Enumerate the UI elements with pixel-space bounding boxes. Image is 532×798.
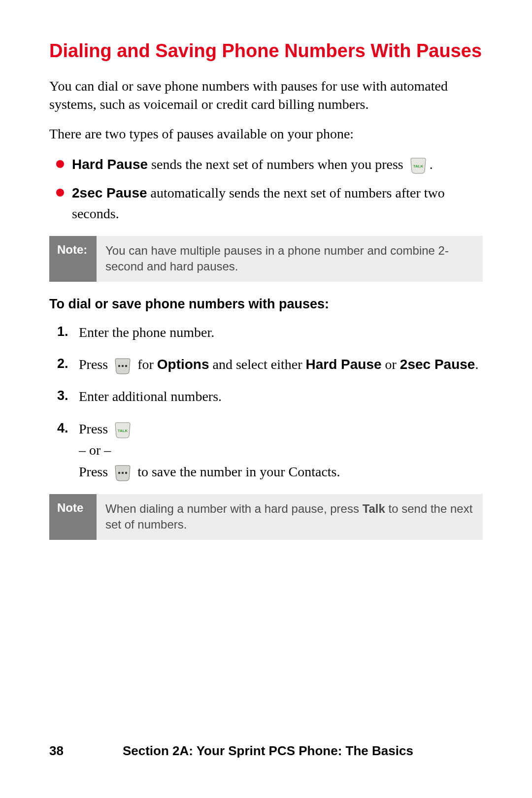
svg-text:TALK: TALK	[118, 429, 128, 433]
hard-pause-label: Hard Pause	[72, 157, 148, 172]
intro-paragraph-2: There are two types of pauses available …	[49, 125, 483, 143]
step-text: Enter additional numbers.	[79, 389, 222, 404]
talk-key-icon: TALK	[409, 157, 428, 174]
page-title: Dialing and Saving Phone Numbers With Pa…	[49, 39, 483, 63]
note-box-1: Note: You can have multiple pauses in a …	[49, 236, 483, 282]
step-2: 2. Press for Options and select either H…	[49, 354, 483, 375]
note-body: You can have multiple pauses in a phone …	[97, 236, 483, 282]
step-number: 1.	[57, 322, 68, 342]
step-3: 3. Enter additional numbers.	[49, 386, 483, 407]
options-key-icon	[113, 464, 132, 482]
hard-pause-text-b: .	[430, 157, 433, 172]
section-label: Section 2A: Your Sprint PCS Phone: The B…	[123, 743, 413, 759]
note-box-2: Note When dialing a number with a hard p…	[49, 494, 483, 540]
bullet-2sec-pause: 2sec Pause automatically sends the next …	[49, 183, 483, 224]
sec-pause-label: 2sec Pause	[72, 185, 147, 200]
svg-point-3	[125, 365, 127, 366]
talk-key-icon: TALK	[113, 421, 132, 439]
step-number: 4.	[57, 418, 68, 439]
svg-text:TALK: TALK	[413, 164, 423, 168]
options-label: Options	[157, 357, 209, 372]
hard-pause-text-a: sends the next set of numbers when you p…	[148, 157, 407, 172]
svg-point-2	[122, 365, 124, 366]
note-label: Note:	[49, 236, 97, 282]
step-number: 2.	[57, 354, 68, 374]
sec-pause-option: 2sec Pause	[400, 357, 475, 372]
svg-point-6	[122, 472, 124, 474]
hard-pause-option: Hard Pause	[305, 357, 381, 372]
note2-text-a: When dialing a number with a hard pause,…	[105, 502, 363, 515]
step-1: 1. Enter the phone number.	[49, 322, 483, 343]
intro-paragraph-1: You can dial or save phone numbers with …	[49, 77, 483, 114]
bullet-icon	[56, 160, 64, 168]
page-number: 38	[49, 743, 64, 759]
step-text-d: or	[382, 357, 400, 372]
svg-point-1	[118, 365, 120, 366]
step-text-b: for	[134, 357, 157, 372]
svg-point-5	[118, 472, 120, 474]
note-label: Note	[49, 494, 97, 540]
page-footer: 38 Section 2A: Your Sprint PCS Phone: Th…	[0, 743, 532, 759]
bullet-hard-pause: Hard Pause sends the next set of numbers…	[49, 154, 483, 175]
step-text-e: .	[475, 357, 478, 372]
step-text-b: Press	[79, 464, 111, 479]
note-body: When dialing a number with a hard pause,…	[97, 494, 483, 540]
step-text: Enter the phone number.	[79, 325, 214, 340]
step-or: – or –	[79, 442, 111, 458]
step-text-c: to save the number in your Contacts.	[134, 464, 340, 479]
note2-talk: Talk	[363, 502, 385, 515]
step-text-a: Press	[79, 421, 111, 436]
step-number: 3.	[57, 386, 68, 406]
options-key-icon	[113, 357, 132, 375]
step-text-c: and select either	[209, 357, 306, 372]
bullet-icon	[56, 189, 64, 197]
svg-point-7	[125, 472, 127, 474]
step-4: 4. Press TALK – or – Press to save the n…	[49, 418, 483, 482]
steps-subhead: To dial or save phone numbers with pause…	[49, 297, 483, 312]
step-text-a: Press	[79, 357, 111, 372]
